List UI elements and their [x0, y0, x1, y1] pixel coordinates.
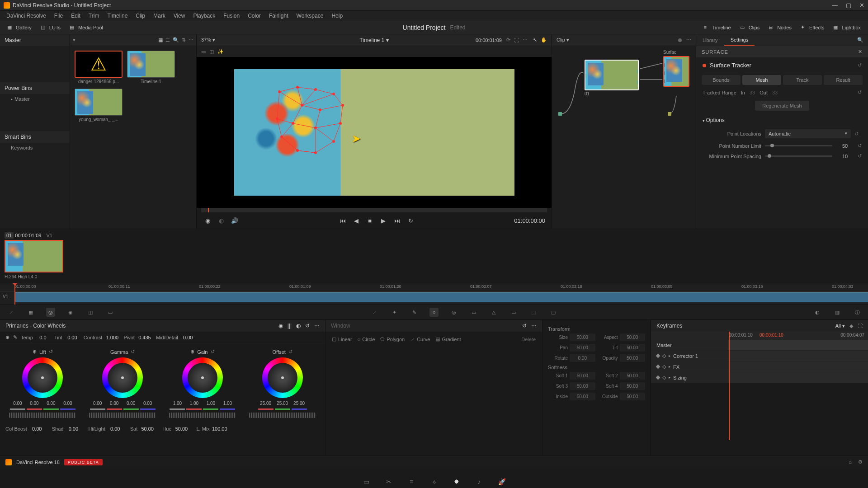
min-spacing-reset-icon[interactable]: ↺	[858, 153, 862, 159]
expand-icon[interactable]: ⛶	[514, 38, 519, 43]
bypass-icon[interactable]: ⟳	[506, 37, 510, 43]
aspect-value[interactable]: 50.00	[620, 333, 646, 341]
node-header-title[interactable]: Clip ▾	[557, 37, 569, 43]
cut-page-icon[interactable]: ✂	[384, 477, 393, 486]
tracking-mesh[interactable]	[270, 83, 352, 164]
timeline-playhead[interactable]	[14, 283, 15, 305]
effects-button[interactable]: ✦Effects	[798, 23, 827, 32]
lift-jog[interactable]	[9, 413, 76, 418]
point-locations-reset-icon[interactable]: ↺	[854, 131, 862, 137]
list-view-icon[interactable]: ☰	[165, 37, 170, 43]
point-limit-value[interactable]: 50	[836, 143, 854, 149]
soft4-value[interactable]: 50.00	[620, 382, 646, 390]
master-bin[interactable]: Master	[0, 34, 70, 46]
clip-thumbnail[interactable]	[5, 240, 63, 272]
viewer-title[interactable]: Timeline 1 ▾	[359, 37, 388, 43]
lift-reset-icon[interactable]: ↺	[49, 349, 53, 355]
rgb-icon[interactable]: ◫	[86, 308, 95, 317]
soft2-value[interactable]: 50.00	[620, 372, 646, 380]
next-clip-button[interactable]: ⏭	[392, 216, 401, 225]
motion-icon[interactable]: ▭	[106, 308, 115, 317]
qualifier-icon[interactable]: ▦	[26, 308, 35, 317]
window-reset-icon[interactable]: ↺	[522, 323, 527, 329]
home-icon[interactable]: ⌂	[849, 459, 852, 465]
magic-mask-icon[interactable]: ▭	[469, 308, 478, 317]
expand-panel-icon[interactable]: ⋯	[314, 323, 320, 329]
smartbins-header[interactable]: Smart Bins	[0, 131, 70, 143]
transport-tc[interactable]: 01:00:00:00	[514, 217, 545, 224]
range-reset-icon[interactable]: ↺	[858, 89, 862, 95]
blur-icon[interactable]: △	[489, 308, 498, 317]
prev-clip-button[interactable]: ⏮	[338, 216, 347, 225]
sat-value[interactable]: 50.00	[140, 426, 155, 432]
video-track-clip[interactable]	[14, 292, 868, 302]
tint-value[interactable]: 0.00	[65, 335, 80, 340]
menu-file[interactable]: File	[51, 12, 66, 20]
curve-tool[interactable]: ⟋Curve	[410, 337, 430, 342]
kf-timeline[interactable]: 00:00:01:10 00:00:01:10 00:00:04:07	[651, 332, 868, 340]
smartbins-keywords[interactable]: Keywords	[0, 143, 70, 153]
pen-icon[interactable]: ✎	[410, 308, 419, 317]
gain-target-icon[interactable]: ⊕	[190, 349, 194, 355]
delete-button[interactable]: Delete	[521, 337, 536, 342]
viewer-more-icon[interactable]: ⋯	[523, 37, 528, 43]
menu-color[interactable]: Color	[244, 12, 264, 20]
hue-value[interactable]: 50.00	[174, 426, 189, 432]
contrast-value[interactable]: 1.000	[104, 335, 120, 340]
node-01[interactable]: 01	[585, 60, 639, 96]
menu-fusion[interactable]: Fusion	[220, 12, 243, 20]
kf-track-fx[interactable]: ◇▸FX	[651, 361, 868, 372]
more-icon[interactable]: ⋯	[189, 37, 193, 43]
viewer-canvas[interactable]: ➤	[197, 57, 552, 208]
bounds-tab[interactable]: Bounds	[702, 75, 741, 85]
kf-track-sizing[interactable]: ◇▸Sizing	[651, 372, 868, 383]
gain-wheel[interactable]	[182, 357, 223, 398]
highlight-icon[interactable]: ▭	[201, 49, 206, 55]
nodes-button[interactable]: ⊟Nodes	[766, 23, 794, 32]
node-more-icon[interactable]: ⋯	[686, 37, 691, 43]
key-icon[interactable]: ▭	[509, 308, 518, 317]
kf-track-master[interactable]: Master	[651, 340, 868, 351]
offset-jog[interactable]	[249, 413, 316, 418]
regenerate-mesh-button[interactable]: Regenerate Mesh	[755, 101, 809, 111]
settings-icon[interactable]: ⚙	[858, 459, 863, 465]
lift-wheel[interactable]	[22, 357, 63, 398]
auto-balance-icon[interactable]: ⊕	[5, 334, 9, 340]
point-limit-reset-icon[interactable]: ↺	[858, 143, 862, 149]
colboost-value[interactable]: 0.00	[29, 426, 45, 432]
minimize-button[interactable]: —	[832, 2, 838, 9]
menu-clip[interactable]: Clip	[132, 12, 149, 20]
min-spacing-slider[interactable]	[765, 155, 832, 157]
powerbins-master[interactable]: ▸Master	[0, 94, 70, 104]
edit-page-icon[interactable]: ≡	[407, 477, 416, 486]
circle-tool[interactable]: ○Circle	[358, 337, 375, 342]
gradient-tool[interactable]: ▤Gradient	[435, 336, 461, 342]
middetail-value[interactable]: 0.00	[180, 335, 196, 340]
curves-icon[interactable]: ⟋	[6, 308, 15, 317]
play-button[interactable]: ▶	[379, 216, 388, 225]
loop-button[interactable]: ↻	[406, 216, 415, 225]
node-surface[interactable]	[663, 56, 689, 87]
primaries-icon[interactable]: ◎	[46, 308, 55, 317]
hand-tool-icon[interactable]: ✋	[541, 37, 547, 43]
viewer-header-tc[interactable]: 00:00:01:09	[476, 38, 502, 43]
lock-icon[interactable]: ◇	[662, 353, 666, 359]
menu-workspace[interactable]: Workspace	[293, 12, 327, 20]
media-timeline-1[interactable]: Timeline 1	[127, 51, 175, 84]
warper-icon[interactable]: ✦	[390, 308, 399, 317]
step-back-button[interactable]: ◀	[352, 216, 361, 225]
enable-dot[interactable]	[703, 64, 706, 67]
point-locations-select[interactable]: Automatic	[765, 129, 851, 138]
stop-button[interactable]: ■	[365, 216, 374, 225]
pan-value[interactable]: 50.00	[570, 344, 595, 352]
lock-icon[interactable]: ◇	[662, 364, 666, 370]
menu-trim[interactable]: Trim	[85, 12, 103, 20]
powerbins-header[interactable]: Power Bins	[0, 82, 70, 94]
dropdown-icon[interactable]: ▾	[73, 37, 75, 43]
sizing-icon[interactable]: ⬚	[529, 308, 538, 317]
reset-all-icon[interactable]: ↺	[305, 323, 310, 329]
unmix-icon[interactable]: ◐	[217, 216, 226, 225]
track-tab[interactable]: Track	[783, 75, 822, 85]
pivot-value[interactable]: 0.435	[137, 335, 152, 340]
gain-reset-icon[interactable]: ↺	[211, 349, 215, 355]
